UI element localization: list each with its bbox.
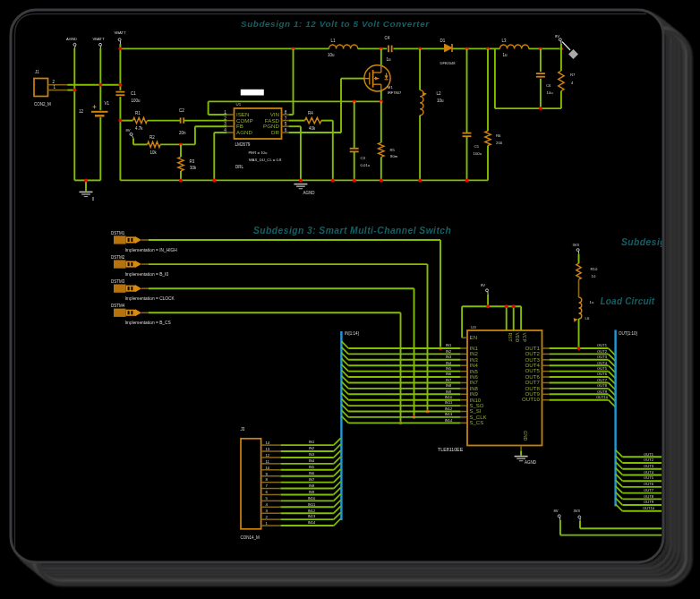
svg-text:IN1: IN1 <box>470 346 479 351</box>
svg-text:OUT10: OUT10 <box>643 506 655 510</box>
svg-text:M1: M1 <box>388 85 394 90</box>
svg-text:U1: U1 <box>236 102 242 107</box>
svg-text:S_CS: S_CS <box>470 420 484 425</box>
svg-text:Subdesign 1: 12 Volt to 5 Volt: Subdesign 1: 12 Volt to 5 Volt Converter <box>241 19 430 29</box>
svg-text:IN7: IN7 <box>309 477 315 482</box>
svg-text:10u: 10u <box>328 53 335 57</box>
svg-text:IN3: IN3 <box>309 452 315 457</box>
svg-text:R6: R6 <box>496 133 501 138</box>
svg-text:PER = 10u: PER = 10u <box>249 150 269 155</box>
svg-text:OUT[1:10]: OUT[1:10] <box>619 331 637 336</box>
svg-text:10: 10 <box>592 274 596 278</box>
svg-text:OUT1: OUT1 <box>597 343 608 347</box>
svg-text:RST: RST <box>508 333 513 342</box>
svg-text:OUT5: OUT5 <box>597 366 608 371</box>
svg-text:IN5: IN5 <box>309 465 315 469</box>
svg-text:8V: 8V <box>126 128 131 133</box>
svg-text:DSTM1: DSTM1 <box>111 231 125 235</box>
svg-text:14: 14 <box>265 441 269 445</box>
svg-text:R4: R4 <box>308 111 313 116</box>
svg-text:OUT5: OUT5 <box>644 475 654 480</box>
svg-text:IN9: IN9 <box>309 490 315 494</box>
svg-text:GND: GND <box>523 431 528 441</box>
svg-text:EN: EN <box>470 334 478 340</box>
svg-text:IN12: IN12 <box>308 509 316 513</box>
svg-text:R1: R1 <box>135 111 141 116</box>
svg-text:IN2: IN2 <box>446 349 452 354</box>
svg-text:IN1: IN1 <box>446 343 452 347</box>
svg-text:OUT7: OUT7 <box>597 378 608 382</box>
svg-text:CON14_M: CON14_M <box>241 535 260 540</box>
svg-text:TLE8110EE: TLE8110EE <box>438 447 464 452</box>
svg-text:C4: C4 <box>385 36 390 40</box>
svg-text:IN11: IN11 <box>445 400 453 405</box>
svg-text:10: 10 <box>265 466 269 470</box>
svg-text:VBATT: VBATT <box>93 37 106 41</box>
svg-text:IN6: IN6 <box>470 374 479 380</box>
svg-text:J1: J1 <box>35 70 39 74</box>
svg-text:OUT4: OUT4 <box>644 470 654 475</box>
svg-text:30k: 30k <box>190 166 197 170</box>
svg-text:S_CLK: S_CLK <box>470 415 487 420</box>
svg-text:OUT10: OUT10 <box>522 396 541 402</box>
svg-text:0.01u: 0.01u <box>361 163 371 167</box>
svg-text:8: 8 <box>285 110 287 115</box>
svg-text:C6: C6 <box>546 83 551 88</box>
svg-text:VDD: VDD <box>515 333 520 343</box>
svg-text:R7: R7 <box>570 73 576 77</box>
svg-text:10u: 10u <box>437 98 444 103</box>
svg-text:Load Circuit: Load Circuit <box>601 296 655 306</box>
svg-text:1u: 1u <box>387 57 392 62</box>
svg-text:OUT9: OUT9 <box>597 389 608 394</box>
svg-text:OUT1: OUT1 <box>644 452 654 457</box>
svg-text:5: 5 <box>285 122 287 126</box>
svg-text:D1: D1 <box>440 39 446 43</box>
svg-text:AGND: AGND <box>525 460 537 465</box>
svg-text:OUT8: OUT8 <box>597 383 608 388</box>
svg-text:R2: R2 <box>149 135 155 140</box>
svg-text:IN[1:14]: IN[1:14] <box>345 331 359 336</box>
svg-text:IN2: IN2 <box>470 351 479 356</box>
svg-text:OUT3: OUT3 <box>597 355 608 359</box>
svg-text:R3: R3 <box>190 159 195 164</box>
svg-text:OUT6: OUT6 <box>597 372 608 376</box>
svg-text:IN4: IN4 <box>446 361 452 365</box>
svg-text:IN2: IN2 <box>309 446 315 450</box>
svg-text:IN10: IN10 <box>445 395 453 399</box>
svg-text:IN7: IN7 <box>470 380 479 385</box>
svg-text:VCP: VCP <box>522 333 527 343</box>
svg-text:10k: 10k <box>150 150 158 155</box>
svg-text:OUT10: OUT10 <box>596 395 609 399</box>
svg-text:OUT8: OUT8 <box>644 494 654 499</box>
svg-text:IN14: IN14 <box>308 520 316 525</box>
svg-text:IN7: IN7 <box>446 378 452 382</box>
svg-text:100u: 100u <box>132 98 141 103</box>
svg-text:12: 12 <box>79 109 84 114</box>
svg-text:DFE2048: DFE2048 <box>440 61 457 65</box>
svg-text:20n: 20n <box>179 131 186 135</box>
svg-text:J3: J3 <box>241 427 245 432</box>
svg-text:7: 7 <box>285 116 287 121</box>
svg-text:DSTM2: DSTM2 <box>111 255 125 260</box>
svg-text:DSTM3: DSTM3 <box>111 279 125 284</box>
svg-text:AGND: AGND <box>303 191 316 195</box>
svg-text:8V: 8V <box>555 34 559 39</box>
svg-text:IN14: IN14 <box>445 418 453 423</box>
svg-text:Implementation = CLOCK: Implementation = CLOCK <box>125 296 175 301</box>
svg-text:L2: L2 <box>437 91 442 96</box>
svg-text:1u: 1u <box>503 53 508 57</box>
svg-text:S_SO: S_SO <box>470 403 484 408</box>
svg-text:L3: L3 <box>502 39 508 43</box>
svg-text:IN1: IN1 <box>309 440 315 444</box>
svg-text:IN8: IN8 <box>309 483 315 488</box>
svg-text:DSTM4: DSTM4 <box>111 304 125 308</box>
svg-text:VBATT: VBATT <box>115 30 127 35</box>
svg-text:S_SI: S_SI <box>470 408 482 414</box>
svg-text:10u: 10u <box>547 90 554 95</box>
svg-text:IN13: IN13 <box>445 412 453 416</box>
svg-text:IN6: IN6 <box>446 372 452 376</box>
svg-text:DRL: DRL <box>235 165 243 169</box>
svg-text:IN3: IN3 <box>446 355 452 359</box>
svg-text:AGND: AGND <box>236 129 252 135</box>
svg-text:OUT9: OUT9 <box>644 500 654 504</box>
